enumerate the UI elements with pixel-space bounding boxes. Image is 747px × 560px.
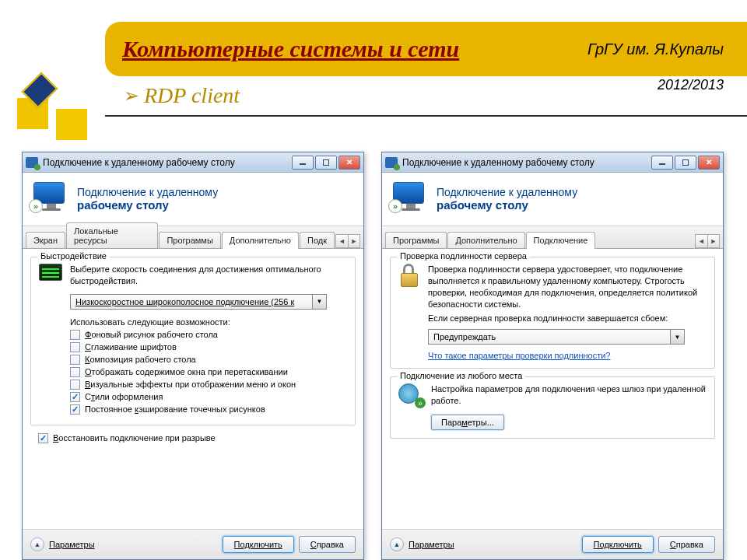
app-icon [385, 157, 398, 168]
connection-speed-dropdown[interactable]: Низкоскоростное широкополосное подключен… [70, 294, 327, 310]
connect-button[interactable]: Подключить [582, 536, 654, 553]
window-title: Подключение к удаленному рабочему столу [43, 157, 292, 168]
gateway-group-label: Подключение из любого места [397, 371, 525, 380]
checkbox-icon [70, 392, 80, 402]
checkbox-icon [70, 342, 80, 352]
gateway-desc: Настройка параметров для подключения чер… [431, 383, 707, 407]
reconnect-checkbox[interactable]: Восстановить подключение при разрыве [38, 433, 356, 443]
auth-help-link[interactable]: Что такое параметры проверки подлинности… [428, 351, 610, 360]
performance-icon [39, 264, 62, 281]
gateway-params-button[interactable]: Параметры... [431, 415, 504, 430]
help-button[interactable]: Справка [299, 536, 356, 553]
titlebar[interactable]: Подключение к удаленному рабочему столу … [23, 152, 363, 173]
perf-check-0[interactable]: Фоновый рисунок рабочего стола [70, 330, 347, 340]
close-button[interactable]: ✕ [698, 156, 720, 170]
gateway-group: Подключение из любого места » Настройка … [390, 376, 715, 439]
window-title: Подключение к удаленному рабочему столу [402, 157, 651, 168]
help-button[interactable]: Справка [658, 536, 715, 553]
connection-speed-value: Низкоскоростное широкополосное подключен… [70, 294, 313, 310]
academic-year: 2012/2013 [587, 77, 724, 93]
maximize-button[interactable] [315, 156, 337, 170]
tab-advanced[interactable]: Дополнительно [447, 232, 524, 248]
header-line2: рабочему столу [437, 198, 577, 212]
performance-sublabel: Использовать следующие возможности: [70, 317, 347, 327]
close-button[interactable]: ✕ [338, 156, 360, 170]
tab-content-connection: Проверка подлинности сервера Проверка по… [382, 249, 723, 529]
header-line1: Подключение к удаленному [77, 186, 218, 198]
tab-programs[interactable]: Программы [159, 232, 220, 248]
server-auth-group: Проверка подлинности сервера Проверка по… [390, 257, 715, 369]
header-banner: » Подключение к удаленному рабочему стол… [23, 173, 363, 226]
app-icon [26, 157, 38, 168]
server-auth-desc: Проверка подлинности сервера удостоверяе… [428, 264, 707, 310]
tab-scroll-left[interactable]: ◄ [695, 234, 707, 248]
tab-scroll-right[interactable]: ► [707, 234, 720, 248]
tab-scroll-right[interactable]: ► [348, 234, 360, 248]
tabs-left: Экран Локальные ресурсы Программы Дополн… [23, 226, 363, 249]
perf-check-label: Фоновый рисунок рабочего стола [85, 330, 218, 339]
performance-group-label: Быстродействие [37, 251, 110, 261]
options-label[interactable]: Параметры [49, 540, 218, 549]
perf-check-label: Визуальные эффекты при отображении меню … [85, 380, 296, 389]
perf-check-4[interactable]: Визуальные эффекты при отображении меню … [70, 380, 347, 390]
chevron-right-icon: ➢ [124, 85, 139, 107]
tab-local-resources[interactable]: Локальные ресурсы [66, 222, 158, 248]
tabs-right: Программы Дополнительно Подключение ◄ ► [382, 226, 723, 249]
connect-button[interactable]: Подключить [223, 536, 294, 553]
options-label[interactable]: Параметры [409, 540, 577, 549]
collapse-options-button[interactable]: ▲ [30, 537, 44, 551]
perf-check-1[interactable]: Сглаживание шрифтов [70, 342, 347, 352]
checkbox-icon [70, 355, 80, 365]
tab-scroll: ◄ ► [335, 234, 360, 248]
auth-fail-dropdown[interactable]: Предупреждать ▼ [428, 329, 685, 345]
slide-header: Компьютерные системы и сети ➢ RDP client… [0, 0, 747, 128]
tab-scroll-left[interactable]: ◄ [335, 234, 348, 248]
lock-icon [398, 264, 420, 287]
perf-check-label: Постоянное кэширование точечных рисунков [85, 404, 265, 414]
slide-title: Компьютерные системы и сети [122, 36, 459, 62]
tab-advanced[interactable]: Дополнительно [222, 232, 299, 249]
monitor-icon: » [393, 182, 429, 215]
maximize-button[interactable] [675, 156, 696, 170]
perf-check-5[interactable]: Стили оформления [70, 392, 347, 402]
titlebar[interactable]: Подключение к удаленному рабочему столу … [382, 152, 723, 173]
minimize-button[interactable] [651, 156, 673, 170]
perf-check-6[interactable]: Постоянное кэширование точечных рисунков [70, 404, 347, 415]
server-auth-fail-label: Если серверная проверка подлинности заве… [428, 313, 707, 324]
rdp-window-advanced: Подключение к удаленному рабочему столу … [22, 152, 364, 560]
perf-check-2[interactable]: Композиция рабочего стола [70, 355, 347, 365]
chevron-down-icon[interactable]: ▼ [313, 294, 327, 310]
header-banner: » Подключение к удаленному рабочему стол… [382, 173, 723, 226]
checkbox-icon [70, 380, 80, 390]
tab-content-advanced: Быстродействие Выберите скорость соедине… [23, 249, 363, 529]
rdp-window-connection: Подключение к удаленному рабочему столу … [381, 152, 724, 560]
checkbox-icon [70, 330, 80, 340]
globe-icon: » [398, 383, 423, 407]
tab-connection[interactable]: Подключение [526, 232, 596, 249]
slide-meta: ГрГУ им. Я.Купалы 2012/2013 [587, 40, 724, 93]
checkbox-icon [38, 433, 48, 443]
perf-check-label: Стили оформления [85, 392, 163, 401]
collapse-options-button[interactable]: ▲ [390, 537, 404, 551]
chevron-down-icon[interactable]: ▼ [671, 329, 685, 345]
tab-display[interactable]: Экран [26, 232, 65, 248]
perf-check-3[interactable]: Отображать содержимое окна при перетаски… [70, 367, 347, 377]
header-line1: Подключение к удаленному [437, 186, 577, 198]
header-line2: рабочему столу [77, 198, 218, 212]
checkbox-icon [70, 367, 80, 377]
perf-check-label: Отображать содержимое окна при перетаски… [85, 367, 288, 376]
auth-fail-value: Предупреждать [428, 329, 671, 345]
dialog-footer: ▲ Параметры Подключить Справка [23, 529, 363, 559]
reconnect-label: Восстановить подключение при разрыве [53, 433, 216, 443]
dialog-footer: ▲ Параметры Подключить Справка [382, 529, 723, 559]
university-name: ГрГУ им. Я.Купалы [587, 40, 724, 58]
tab-scroll: ◄ ► [695, 234, 720, 248]
server-auth-group-label: Проверка подлинности сервера [397, 251, 530, 261]
minimize-button[interactable] [292, 156, 314, 170]
checkbox-icon [70, 404, 80, 415]
tab-programs[interactable]: Программы [385, 232, 447, 248]
performance-group: Быстродействие Выберите скорость соедине… [30, 257, 356, 425]
slide-subtitle: RDP client [144, 83, 240, 108]
performance-desc: Выберите скорость соединения для достиже… [70, 264, 347, 288]
tab-connect-partial[interactable]: Подк [300, 232, 335, 248]
